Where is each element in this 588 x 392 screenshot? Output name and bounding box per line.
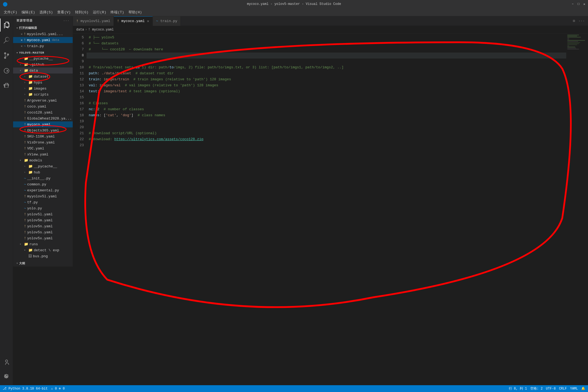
tree-globalwheat[interactable]: ! GlobalWheat2020.ya...	[13, 115, 73, 121]
tree-dataset-label: dataset	[34, 75, 49, 79]
project-arrow: ▾	[16, 51, 18, 54]
minimap-line-6	[567, 40, 585, 41]
tree-hub[interactable]: › 📁 hub	[13, 169, 73, 175]
tree-yolov5x[interactable]: ! yolov5x.yaml	[13, 235, 73, 241]
tree-data-folder[interactable]: ▾ 📁 data	[13, 68, 73, 74]
hub-arrow: ›	[24, 171, 28, 174]
tree-xview[interactable]: ! xView.yaml	[13, 151, 73, 157]
tree-globalwheat-label: GlobalWheat2020.ya...	[27, 117, 72, 121]
settings-activity-icon[interactable]	[0, 370, 13, 383]
tree-objects365-label: Objects365.yaml	[27, 128, 59, 133]
menu-edit[interactable]: 编辑(E)	[19, 9, 37, 16]
breadcrumb-mycoco[interactable]: ! mycoco.yaml	[88, 28, 114, 32]
tree-argoverse[interactable]: ! Argoverse.yaml	[13, 97, 73, 103]
close-icon-mycoco[interactable]: ✕	[21, 38, 23, 42]
tree-init-py[interactable]: ~ __init__.py	[13, 175, 73, 181]
editor-content: 5 6 7 8 9 10 11 12 13 14 15 16 17 18	[73, 33, 566, 385]
status-branch[interactable]: ⎇ Python 3.8.10 64-bit	[3, 387, 48, 391]
close-icon-trainpy[interactable]: ✕	[21, 44, 23, 48]
open-file-myyolov5l-label: myyolov5l.yaml...	[27, 32, 63, 36]
tab-mycoco[interactable]: ! mycoco.yaml ✕	[114, 16, 153, 26]
open-file-mycoco[interactable]: ✕ ! mycoco.yaml data	[13, 37, 73, 43]
status-language[interactable]: YAML	[570, 387, 578, 391]
extensions-activity-icon[interactable]	[0, 79, 13, 93]
git-activity-icon[interactable]	[0, 49, 13, 62]
close-icon-myyolov5l[interactable]: ✕	[21, 32, 23, 36]
tree-yolo-py[interactable]: ~ yolo.py	[13, 205, 73, 211]
menu-terminal[interactable]: 终端(T)	[108, 9, 126, 16]
project-section[interactable]: ▾ YOLOV5-MASTER	[13, 50, 73, 56]
tab-trainpy[interactable]: ~ train.py	[153, 16, 181, 26]
tree-runs[interactable]: ▾ 📁 runs	[13, 241, 73, 247]
py-yolo-icon: ~	[24, 206, 26, 210]
tree-coco[interactable]: ! coco.yaml	[13, 103, 73, 109]
file-badge: data	[52, 38, 59, 42]
tree-dataset[interactable]: › 📁 dataset	[13, 74, 73, 79]
menu-view[interactable]: 查看(V)	[55, 9, 73, 16]
tree-detect[interactable]: ▾ 📁 detect \ exp	[13, 247, 73, 253]
tree-experimental-py[interactable]: ~ experimental.py	[13, 187, 73, 193]
tree-sku110k[interactable]: ! SKU-110K.yaml	[13, 133, 73, 139]
tree-objects365[interactable]: ! Objects365.yaml	[13, 127, 73, 133]
tree-mycoco[interactable]: ! mycoco.yaml	[13, 121, 73, 127]
tree-yolov5n[interactable]: ! yolov5n.yaml	[13, 223, 73, 229]
open-file-myyolov5l[interactable]: ✕ ! myyolov5l.yaml...	[13, 31, 73, 37]
menu-selection[interactable]: 选择(S)	[37, 9, 55, 16]
status-bar: ⎇ Python 3.8.10 64-bit ⚠ 0 ⊗ 0 行 8, 列 1 …	[0, 385, 588, 392]
folder-runs-icon: 📁	[24, 242, 28, 246]
open-file-trainpy[interactable]: ✕ ~ train.py	[13, 43, 73, 49]
tree-tf-py[interactable]: ~ tf.py	[13, 199, 73, 205]
split-editor-icon[interactable]: ⊟	[573, 19, 575, 23]
status-eol[interactable]: CRLF	[559, 387, 567, 391]
status-bell-icon[interactable]: 🔔	[581, 387, 585, 391]
sidebar-more-icon[interactable]: ···	[63, 19, 69, 22]
minimize-button[interactable]: –	[572, 2, 574, 6]
editor[interactable]: 5 6 7 8 9 10 11 12 13 14 15 16 17 18	[73, 33, 566, 385]
menu-run[interactable]: 运行(R)	[91, 9, 108, 16]
tree-voc[interactable]: ! VOC.yaml	[13, 145, 73, 151]
minimap-line-10	[567, 44, 577, 45]
daguo-section[interactable]: › 大纲	[13, 260, 73, 267]
account-activity-icon[interactable]	[0, 356, 13, 369]
tab-mycoco-close[interactable]: ✕	[147, 19, 149, 23]
tree-scripts[interactable]: › 📁 scripts	[13, 91, 73, 97]
folder-models-arrow: ▾	[20, 159, 24, 162]
menu-help[interactable]: 帮助(H)	[126, 9, 144, 16]
minimap-content	[566, 33, 588, 51]
daguo-arrow: ›	[16, 262, 18, 265]
tree-coco128[interactable]: ! coco128.yaml	[13, 109, 73, 115]
minimap-line-9	[567, 43, 579, 44]
tree-models-pycache[interactable]: › 📁 __pycache__	[13, 163, 73, 169]
debug-activity-icon[interactable]	[0, 64, 13, 77]
tab-myyolov5l[interactable]: ! myyolov5l.yaml	[73, 16, 114, 26]
breadcrumb-data[interactable]: data	[76, 28, 84, 32]
maximize-button[interactable]: □	[578, 2, 580, 6]
search-activity-icon[interactable]	[0, 34, 13, 47]
folder-images-arrow: ›	[24, 87, 28, 90]
tree-myyolov5l[interactable]: ! myyolov5l.yaml	[13, 193, 73, 199]
status-spaces[interactable]: 空格: 2	[530, 386, 543, 391]
tree-hyps[interactable]: › 📁 hyps	[13, 79, 73, 85]
tree-common-py[interactable]: ~ common.py	[13, 181, 73, 187]
explorer-activity-icon[interactable]	[0, 19, 13, 32]
tree-github[interactable]: › 📁 .github	[13, 62, 73, 68]
tabs-actions: ⊟ ···	[573, 19, 588, 23]
tree-models[interactable]: ▾ 📁 models	[13, 157, 73, 163]
yaml-myyolov5l-icon: !	[24, 194, 26, 198]
tree-yolov5m[interactable]: ! yolov5m.yaml	[13, 217, 73, 223]
tree-bus-png[interactable]: 🖼 bus.png	[13, 253, 73, 259]
more-actions-icon[interactable]: ···	[578, 19, 585, 23]
status-position[interactable]: 行 8, 列 1	[509, 386, 527, 391]
tree-yolov5s[interactable]: ! yolov5s.yaml	[13, 229, 73, 235]
open-editors-section[interactable]: ▾ 打开的编辑器	[13, 25, 73, 31]
status-encoding[interactable]: UTF-8	[546, 387, 556, 391]
minimap-line-11	[567, 45, 569, 46]
menu-goto[interactable]: 转到(G)	[73, 9, 91, 16]
close-button[interactable]: ✕	[583, 2, 585, 6]
tree-visdrone[interactable]: ! VisDrone.yaml	[13, 139, 73, 145]
tree-pycache1[interactable]: › 📁 __pycache__	[13, 56, 73, 62]
status-errors[interactable]: ⚠ 0 ⊗ 0	[51, 387, 65, 391]
tree-yolov5l[interactable]: ! yolov5l.yaml	[13, 211, 73, 217]
tree-images[interactable]: › 📁 images	[13, 85, 73, 91]
menu-file[interactable]: 文件(F)	[2, 9, 19, 16]
